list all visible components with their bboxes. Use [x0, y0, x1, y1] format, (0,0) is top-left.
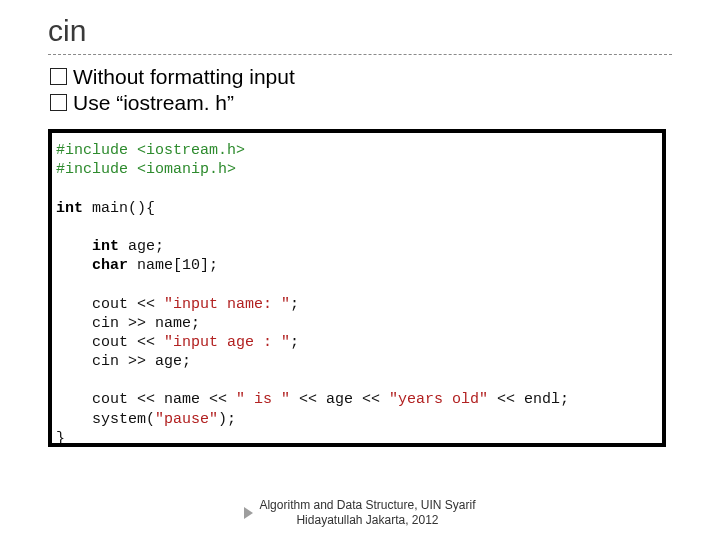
code-string: " is " [236, 391, 290, 408]
footer: Algorithm and Data Structure, UIN Syarif… [0, 498, 720, 528]
list-item: Use “iostream. h” [50, 91, 672, 115]
code-text: } [56, 430, 65, 447]
code-string: "input age : " [164, 334, 290, 351]
code-keyword: int [56, 200, 83, 217]
code-string: "years old" [389, 391, 488, 408]
bullet-list: Without formatting input Use “iostream. … [48, 65, 672, 115]
code-text: ; [290, 334, 299, 351]
code-text: name[10]; [128, 257, 218, 274]
triangle-bullet-icon [244, 507, 253, 519]
code-string: "input name: " [164, 296, 290, 313]
code-text: cout << name << [56, 391, 236, 408]
footer-line: Hidayatullah Jakarta, 2012 [296, 513, 438, 527]
square-bullet-icon [50, 94, 67, 111]
code-text: ); [218, 411, 236, 428]
code-string: "pause" [155, 411, 218, 428]
footer-text: Algorithm and Data Structure, UIN Syarif… [259, 498, 475, 528]
bullet-text: Without formatting input [73, 65, 295, 89]
code-text: cout << [56, 296, 164, 313]
page-title: cin [48, 14, 672, 52]
code-keyword: int [92, 238, 119, 255]
footer-line: Algorithm and Data Structure, UIN Syarif [259, 498, 475, 512]
code-text: system( [56, 411, 155, 428]
list-item: Without formatting input [50, 65, 672, 89]
code-text: main(){ [83, 200, 155, 217]
code-text: cin >> name; [56, 315, 200, 332]
title-divider [48, 54, 672, 55]
code-text: cout << [56, 334, 164, 351]
code-text: cin >> age; [56, 353, 191, 370]
code-text: age; [119, 238, 164, 255]
code-text: ; [290, 296, 299, 313]
slide-container: cin Without formatting input Use “iostre… [0, 0, 720, 540]
code-text: << age << [290, 391, 389, 408]
code-text: << endl; [488, 391, 569, 408]
code-preproc: #include <iostream.h> [56, 142, 245, 159]
footer-inner: Algorithm and Data Structure, UIN Syarif… [244, 498, 475, 528]
bullet-text: Use “iostream. h” [73, 91, 234, 115]
square-bullet-icon [50, 68, 67, 85]
code-block: #include <iostream.h> #include <iomanip.… [48, 129, 666, 447]
code-content: #include <iostream.h> #include <iomanip.… [56, 141, 656, 447]
code-preproc: #include <iomanip.h> [56, 161, 236, 178]
code-keyword: char [92, 257, 128, 274]
